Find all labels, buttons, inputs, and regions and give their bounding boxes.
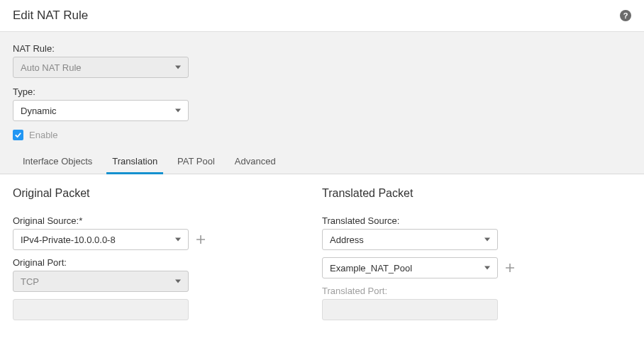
original-port-value-row <box>13 299 296 320</box>
enable-checkbox[interactable] <box>13 130 23 140</box>
nat-rule-label: NAT Rule: <box>13 43 631 54</box>
original-source-row: IPv4-Private-10.0.0.0-8 <box>13 229 296 250</box>
translated-source-type-select[interactable]: Address <box>322 229 498 250</box>
dialog-header: Edit NAT Rule ? <box>0 0 644 32</box>
original-packet-col: Original Packet Original Source:* IPv4-P… <box>13 187 296 327</box>
original-source-value: IPv4-Private-10.0.0.0-8 <box>21 235 116 245</box>
original-source-select[interactable]: IPv4-Private-10.0.0.0-8 <box>13 229 189 250</box>
original-port-label: Original Port: <box>13 257 296 268</box>
chevron-down-icon <box>175 109 181 113</box>
dialog-title: Edit NAT Rule <box>13 9 88 23</box>
tabs: Interface Objects Translation PAT Pool A… <box>13 150 631 174</box>
translated-source-label: Translated Source: <box>322 215 620 226</box>
check-icon <box>14 131 22 139</box>
tab-pat-pool[interactable]: PAT Pool <box>167 150 225 174</box>
type-select[interactable]: Dynamic <box>13 100 189 121</box>
translated-port-row <box>322 299 620 320</box>
type-select-value: Dynamic <box>21 106 57 116</box>
enable-row: Enable <box>13 130 631 140</box>
add-original-source-button[interactable] <box>194 233 207 246</box>
add-translated-source-button[interactable] <box>504 261 516 274</box>
plus-icon <box>505 263 515 273</box>
original-port-protocol-value: TCP <box>21 276 39 287</box>
translated-source-type-value: Address <box>330 235 364 245</box>
type-select-wrap: Dynamic <box>13 100 189 121</box>
chevron-down-icon <box>484 238 490 242</box>
translated-packet-title: Translated Packet <box>322 187 620 200</box>
tab-advanced[interactable]: Advanced <box>225 150 286 174</box>
translated-port-label: Translated Port: <box>322 286 620 296</box>
type-row: Type: Dynamic <box>13 86 631 121</box>
nat-rule-select-value: Auto NAT Rule <box>21 62 82 73</box>
chevron-down-icon <box>484 266 490 270</box>
original-port-protocol-row: TCP <box>13 271 296 292</box>
original-source-label: Original Source:* <box>13 215 296 226</box>
chevron-down-icon <box>175 238 181 242</box>
translated-source-pool-value: Example_NAT_Pool <box>330 263 412 274</box>
translated-port-input[interactable] <box>322 299 498 320</box>
chevron-down-icon <box>175 66 181 69</box>
help-icon[interactable]: ? <box>620 10 631 21</box>
translated-source-pool-select[interactable]: Example_NAT_Pool <box>322 257 498 278</box>
type-label: Type: <box>13 86 631 97</box>
translated-source-pool-row: Example_NAT_Pool <box>322 257 620 278</box>
original-port-input[interactable] <box>13 299 189 320</box>
original-port-protocol-select[interactable]: TCP <box>13 271 189 292</box>
tab-translation[interactable]: Translation <box>102 150 167 174</box>
plus-icon <box>196 235 206 244</box>
nat-rule-select-wrap: Auto NAT Rule <box>13 57 189 78</box>
lower-section: Original Packet Original Source:* IPv4-P… <box>0 174 644 327</box>
upper-section: NAT Rule: Auto NAT Rule Type: Dynamic En… <box>0 32 644 174</box>
original-packet-title: Original Packet <box>13 187 296 200</box>
chevron-down-icon <box>175 280 181 283</box>
tab-interface-objects[interactable]: Interface Objects <box>13 150 102 174</box>
translated-packet-col: Translated Packet Translated Source: Add… <box>322 187 620 327</box>
enable-label: Enable <box>29 130 57 140</box>
nat-rule-select[interactable]: Auto NAT Rule <box>13 57 189 78</box>
nat-rule-row: NAT Rule: Auto NAT Rule <box>13 43 631 78</box>
translated-source-type-row: Address <box>322 229 620 250</box>
